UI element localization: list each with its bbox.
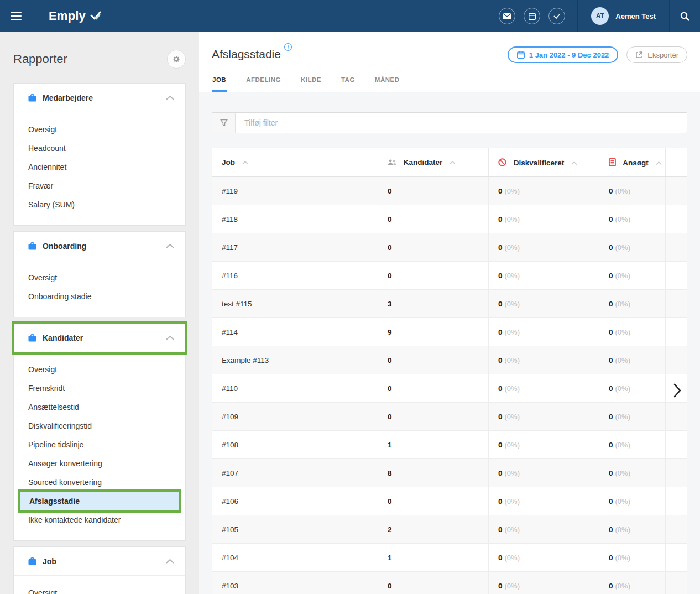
sidebar-item[interactable]: Pipeline tidslinje — [14, 435, 185, 454]
chevron-up-icon[interactable] — [166, 336, 174, 340]
table-row[interactable]: Example #113 0 0(0%) 0(0%) — [212, 346, 688, 374]
table-row[interactable]: #109 0 0(0%) 0(0%) — [212, 403, 688, 431]
info-icon[interactable]: i — [284, 43, 292, 51]
tasks-button[interactable] — [548, 8, 565, 24]
sidebar-item-label: Afslagsstadie — [29, 497, 80, 506]
tab[interactable]: MÅNED — [374, 76, 400, 92]
section-header-onboarding[interactable]: Onboarding — [14, 232, 185, 260]
chevron-up-icon[interactable] — [166, 96, 174, 100]
report-main: Afslagsstadie i 1 Jan 2022 - 9 Dec 2022 … — [199, 32, 700, 594]
job-cell: #110 — [222, 384, 238, 393]
table-row[interactable]: #106 0 0(0%) 0(0%) — [212, 487, 688, 515]
chevron-up-icon[interactable] — [166, 559, 174, 564]
ansogt-value: 0 — [609, 384, 613, 393]
ansogt-value: 0 — [609, 356, 613, 364]
tab[interactable]: JOB — [212, 76, 227, 92]
sidebar-item[interactable]: Ikke kontaktede kandidater — [14, 510, 185, 529]
table-row[interactable]: #110 0 0(0%) 0(0%) — [212, 374, 688, 403]
sidebar-item-label: Oversigt — [28, 588, 57, 594]
sidebar-section-medarbejdere: Medarbejdere OversigtHeadcountAnciennite… — [13, 83, 186, 226]
table-row[interactable]: #117 0 0(0%) 0(0%) — [212, 233, 688, 262]
ansogt-value: 0 — [609, 441, 613, 449]
ansogt-value: 0 — [609, 328, 613, 336]
sidebar-item[interactable]: Ansøger konvertering — [14, 454, 185, 473]
sidebar-item[interactable]: Sourced konvertering — [14, 473, 185, 492]
sidebar-item[interactable]: Afslagsstadie — [20, 492, 179, 510]
kandidater-value: 9 — [388, 328, 392, 336]
table-row[interactable]: #119 0 0(0%) 0(0%) — [212, 177, 688, 205]
sidebar-item[interactable]: Oversigt — [14, 120, 185, 139]
ansogt-percent: (0%) — [615, 525, 630, 534]
date-range-button[interactable]: 1 Jan 2022 - 9 Dec 2022 — [508, 46, 619, 63]
filter-funnel-icon — [220, 119, 228, 127]
section-header-kandidater[interactable]: Kandidater — [14, 324, 185, 352]
user-menu[interactable]: AT Aemen Test — [577, 0, 669, 32]
tab[interactable]: TAG — [341, 76, 356, 92]
sidebar-item[interactable]: Headcount — [14, 139, 185, 158]
hamburger-menu-button[interactable] — [0, 0, 32, 32]
table-row[interactable]: #105 2 0(0%) 0(0%) — [212, 515, 688, 544]
column-header-job[interactable]: Job — [212, 148, 378, 177]
diskvalificeret-value: 0 — [498, 300, 503, 308]
page-title: Afslagsstadie — [212, 46, 281, 62]
sidebar-item[interactable]: Oversigt — [14, 583, 185, 594]
table-row[interactable]: test #115 3 0(0%) 0(0%) — [212, 290, 688, 318]
table-row[interactable]: #104 1 0(0%) 0(0%) — [212, 544, 688, 572]
section-label: Job — [43, 557, 56, 566]
ansogt-value: 0 — [609, 243, 613, 252]
job-cell: #106 — [222, 497, 238, 506]
sidebar-item[interactable]: Oversigt — [14, 360, 185, 379]
section-header-medarbejdere[interactable]: Medarbejdere — [14, 84, 185, 112]
people-icon — [388, 159, 396, 166]
export-label: Eksportér — [647, 51, 678, 59]
column-label: Ansøgt — [623, 159, 649, 167]
sidebar-section-job: Job OversigtJobbets levetid — [13, 546, 186, 594]
tab[interactable]: KILDE — [300, 76, 322, 92]
mail-button[interactable] — [499, 8, 515, 24]
export-button[interactable]: Eksportér — [626, 46, 687, 63]
ansogt-percent: (0%) — [615, 328, 630, 336]
diskvalificeret-value: 0 — [498, 215, 503, 223]
table-row[interactable]: #114 9 0(0%) 0(0%) — [212, 318, 688, 346]
column-header-kandidater[interactable]: Kandidater — [378, 148, 489, 177]
settings-button[interactable] — [167, 50, 186, 69]
filter-input[interactable] — [236, 113, 687, 133]
navbar-right: AT Aemen Test — [499, 0, 700, 32]
table-row[interactable]: #116 0 0(0%) 0(0%) — [212, 262, 688, 290]
table-row[interactable]: #108 1 0(0%) 0(0%) — [212, 431, 688, 459]
chevron-up-icon[interactable] — [166, 244, 174, 248]
diskvalificeret-percent: (0%) — [505, 328, 520, 336]
sidebar-item[interactable]: Salary (SUM) — [14, 195, 185, 214]
sidebar-item[interactable]: Diskvalificeringstid — [14, 416, 185, 435]
diskvalificeret-percent: (0%) — [505, 413, 520, 421]
emply-logo[interactable]: Emply — [49, 0, 101, 32]
table-row[interactable]: #118 0 0(0%) 0(0%) — [212, 205, 688, 233]
column-header-diskvalificeret[interactable]: Diskvalificeret — [489, 148, 599, 177]
sidebar-item[interactable]: Anciennitet — [14, 158, 185, 176]
column-header-ansogt[interactable]: Ansøgt — [599, 148, 666, 177]
kandidater-value: 2 — [388, 525, 392, 534]
sidebar-item[interactable]: Fremskridt — [14, 379, 185, 398]
sidebar-item[interactable]: Oversigt — [14, 268, 185, 287]
sidebar-item[interactable]: Ansættelsestid — [14, 398, 185, 416]
tab[interactable]: AFDELING — [245, 76, 281, 92]
sidebar-item[interactable]: Onboarding stadie — [14, 287, 185, 306]
column-label: Job — [222, 158, 235, 166]
tab-label: JOB — [212, 76, 226, 83]
ansogt-percent: (0%) — [615, 497, 630, 506]
table-row[interactable]: #107 8 0(0%) 0(0%) — [212, 459, 688, 487]
table-row[interactable]: #103 0 0(0%) 0(0%) — [212, 572, 688, 594]
sort-chevron-icon — [450, 161, 456, 164]
sidebar-item-label: Ansøger konvertering — [28, 459, 102, 468]
search-button[interactable] — [669, 0, 700, 32]
kandidater-value: 8 — [388, 469, 392, 477]
scroll-columns-right-button[interactable] — [671, 381, 683, 400]
job-cell: Example #113 — [222, 356, 269, 364]
diskvalificeret-percent: (0%) — [505, 554, 520, 562]
sidebar-section-kandidater: Kandidater OversigtFremskridtAnsættelses… — [13, 323, 186, 541]
sidebar-item[interactable]: Fravær — [14, 176, 185, 195]
job-cell: #114 — [222, 328, 238, 336]
diskvalificeret-percent: (0%) — [505, 215, 520, 223]
section-header-job[interactable]: Job — [14, 547, 185, 576]
calendar-button[interactable] — [524, 8, 540, 24]
